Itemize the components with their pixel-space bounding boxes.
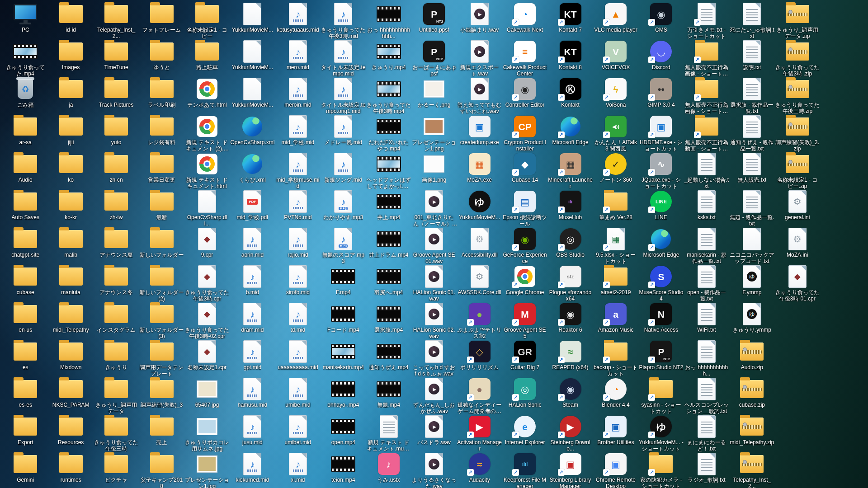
desktop-icon[interactable]: ♪gpt.mid (230, 339, 275, 377)
desktop-icon[interactable]: ılı↗MuseHub (547, 189, 593, 227)
desktop-icon[interactable]: ♪kotusytuaaus.mid (275, 2, 321, 39)
desktop-icon[interactable]: cubase (3, 264, 48, 302)
desktop-icon[interactable]: ◉↗CMS (638, 2, 684, 39)
desktop-icon[interactable]: ♪umibet.mid (275, 414, 321, 452)
desktop-icon[interactable]: ⚙general.ini (775, 189, 820, 227)
desktop-icon[interactable]: Telepathy_Inst_2... (729, 452, 774, 488)
desktop-icon[interactable]: cubase.zip (729, 377, 774, 414)
desktop-icon[interactable]: ja (48, 77, 93, 114)
desktop-icon[interactable]: YukkuriMovieM... (230, 39, 275, 77)
desktop-icon[interactable]: ◎↗OBS Studio (547, 227, 593, 264)
desktop-icon[interactable]: PNT2↗Piapro Studio NT2 (638, 339, 684, 377)
desktop-icon[interactable]: 名称未設定1 - コピー (184, 2, 230, 39)
desktop-icon[interactable]: PNT2Untitled.ppsf (411, 2, 457, 39)
desktop-icon[interactable]: 無人販売.txt (729, 152, 774, 189)
desktop-icon[interactable]: 調声練習(失敗)_3.zip (775, 114, 820, 152)
desktop-icon[interactable]: ◆きゅうり食ってた午後3時-02.cpr (184, 302, 230, 339)
desktop-icon[interactable]: ▣↗HDDFMT.exe - ショートカット (638, 114, 684, 152)
desktop-icon[interactable]: ▣↗Brother Utilities (593, 414, 638, 452)
desktop-icon[interactable]: PNT2おーばーまにあ.ppsf (411, 39, 457, 77)
desktop-icon[interactable]: ▶ずんだもん_しおかぜふ.wav (411, 377, 457, 414)
desktop-icon[interactable]: ohhayo-.mp4 (321, 377, 366, 414)
desktop-icon[interactable]: ゆF.ymmp (729, 264, 774, 302)
desktop-icon[interactable]: ◉↗Reaktor 6 (547, 302, 593, 339)
desktop-icon[interactable]: ♪b.mid (230, 264, 275, 302)
desktop-icon[interactable]: ♪うみ.ustx (366, 452, 411, 488)
desktop-icon[interactable]: ♪MP3わかりやす.mp3 (321, 189, 366, 227)
desktop-icon[interactable]: きゅうり食ってた午後三時.zip (775, 77, 820, 114)
desktop-icon[interactable]: ◔↗Blender 4.4 (593, 377, 638, 414)
desktop-icon[interactable]: ♪meroin.mid (275, 77, 321, 114)
desktop-icon[interactable]: フォトフレーム (139, 2, 184, 39)
desktop-icon[interactable]: ∿↗JQuake.exe - ショートカット (638, 152, 684, 189)
desktop-icon[interactable]: プレゼンテーション1.png (411, 114, 457, 152)
desktop-icon[interactable]: 調声練習(失敗)_3 (139, 377, 184, 414)
desktop-icon[interactable]: くらび.xml (230, 152, 275, 189)
desktop-icon[interactable]: ゆYukkuriMovieM... (457, 189, 502, 227)
desktop-icon[interactable]: ▶バスドラ.wav (411, 414, 457, 452)
desktop-icon[interactable]: KT↗Kontakt 8 (547, 39, 593, 77)
desktop-icon[interactable]: ılıl↗Keepforest File Manager (502, 452, 547, 488)
desktop-icon[interactable]: 65407.jpg (184, 377, 230, 414)
desktop-icon[interactable]: ↗Microsoft Edge (547, 114, 593, 152)
desktop-icon[interactable]: ↗Google Chrome (502, 264, 547, 302)
desktop-icon[interactable]: ↗筆まめ Ver.28 (593, 189, 638, 227)
desktop-icon[interactable]: ko-kr (48, 189, 93, 227)
desktop-icon[interactable]: ◉↗Controller Editor (502, 77, 547, 114)
desktop-icon[interactable]: ♪uaaaaaaaaa.mid (275, 339, 321, 377)
desktop-icon[interactable]: open.mp4 (321, 414, 366, 452)
desktop-icon[interactable]: ♪rajio.mid (275, 227, 321, 264)
desktop-icon[interactable]: ϟ↗VoiSona (593, 77, 638, 114)
desktop-icon[interactable]: 新しいフォルダー (139, 227, 184, 264)
desktop-icon[interactable]: きゅうり_調声用データ.zip (775, 2, 820, 39)
desktop-icon[interactable]: chatgpt-site (3, 227, 48, 264)
desktop-icon[interactable]: teion.mp4 (321, 452, 366, 488)
desktop-icon[interactable]: a↗Amazon Music (593, 302, 638, 339)
desktop-icon[interactable]: インスタグラム (94, 302, 139, 339)
desktop-icon[interactable]: 通知うぜえ - 親作品一覧.txt (729, 114, 774, 152)
desktop-icon[interactable]: ピクチャ (94, 452, 139, 488)
desktop-icon[interactable]: まにまにわーるど！.txt (684, 414, 729, 452)
desktop-icon[interactable]: F.mp4 (321, 264, 366, 302)
desktop-icon[interactable]: きゅうり食ってた午後3時.mp4 (366, 77, 411, 114)
desktop-icon[interactable]: ♪aorin.mid (230, 227, 275, 264)
desktop-icon[interactable]: きゅうりボカコレ用サムネ.jpg (184, 414, 230, 452)
desktop-icon[interactable]: id-id (48, 2, 93, 39)
desktop-icon[interactable]: ♪mid_学校.mid (275, 114, 321, 152)
desktop-icon[interactable]: ゆうと (139, 39, 184, 77)
desktop-icon[interactable]: 通知うぜえ.mp4 (366, 339, 411, 377)
desktop-icon[interactable]: 無題.mp4 (366, 377, 411, 414)
desktop-icon[interactable]: ♪umibe.mid (275, 377, 321, 414)
desktop-icon[interactable]: ▣↗Chrome Remote Desktop (593, 452, 638, 488)
desktop-icon[interactable]: ▶こってゅh d すお f d s b ふぉ.wav (411, 339, 457, 377)
desktop-icon[interactable]: ▶よりうるさくなった.wav (411, 452, 457, 488)
desktop-icon[interactable]: きゅうり食ってた.mp4 (3, 39, 48, 77)
desktop-icon[interactable]: Fコード.mp4 (321, 302, 366, 339)
desktop-icon[interactable]: ▦↗Minecraft Launcher (547, 152, 593, 189)
desktop-icon[interactable]: ♪MP3無題のスコア.mp3 (321, 227, 366, 264)
desktop-icon[interactable]: ゆ↗YukkuriMovieM... - ショートカット (638, 414, 684, 452)
desktop-icon[interactable]: OpenCvSharp.xml (230, 114, 275, 152)
desktop-icon[interactable]: jijii (48, 114, 93, 152)
desktop-icon[interactable]: ♪kiokumed.mid (230, 452, 275, 488)
desktop-icon[interactable]: YukkuriMovieM... (230, 77, 275, 114)
desktop-icon[interactable]: PC (3, 2, 48, 39)
desktop-icon[interactable]: manisekarin - 親作品一覧.txt (684, 227, 729, 264)
desktop-icon[interactable]: ▶新規エクスポート.wav (457, 39, 502, 77)
desktop-icon[interactable]: 名称未設定1 - コピー.zip (775, 152, 820, 189)
desktop-icon[interactable]: ♪jusu.mid (230, 414, 275, 452)
desktop-icon[interactable]: ▤↗Epson 接続診断ツール (502, 189, 547, 227)
desktop-icon[interactable]: midi_Telepathy (48, 302, 93, 339)
desktop-icon[interactable]: ar-sa (3, 114, 48, 152)
desktop-icon[interactable]: TimeTune (94, 39, 139, 77)
desktop-icon[interactable]: _起動しない場合.txt (684, 152, 729, 189)
desktop-icon[interactable]: ▶小銭詰まり.wav (457, 2, 502, 39)
desktop-icon[interactable]: 調声用データテンプレート (139, 339, 184, 377)
desktop-icon[interactable]: ◆きゅうり食ってた午後3時-01.cpr (775, 264, 820, 302)
desktop-icon[interactable]: プレゼンテーション1.jpg (184, 452, 230, 488)
desktop-icon[interactable]: ●↗ぷよぷよ™テトリス®2 (457, 302, 502, 339)
desktop-icon[interactable]: es-es (3, 377, 48, 414)
desktop-icon[interactable]: ⚙MoZA.ini (775, 227, 820, 264)
desktop-icon[interactable]: ♪td.mid (275, 302, 321, 339)
desktop-icon[interactable]: yuto (94, 114, 139, 152)
